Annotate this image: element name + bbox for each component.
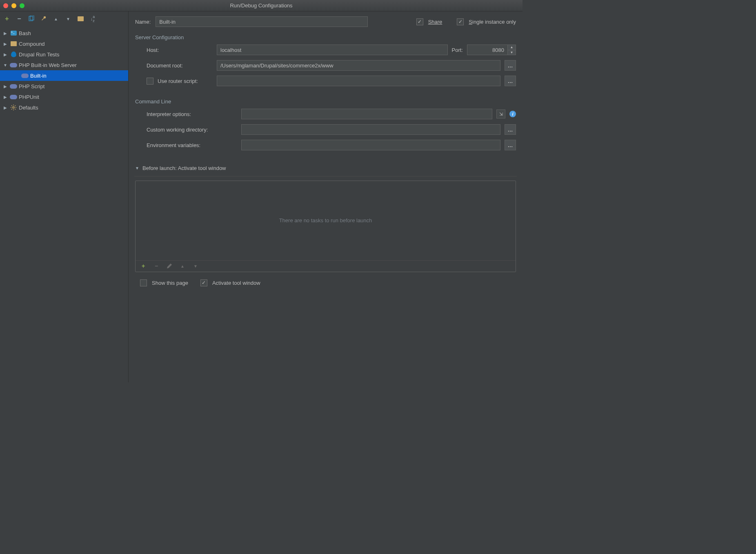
drupal-icon <box>10 51 17 58</box>
before-launch-panel: There are no tasks to run before launch … <box>135 181 516 272</box>
settings-button[interactable] <box>40 15 47 22</box>
use-router-label: Use router script: <box>158 78 198 84</box>
expand-arrow-icon: ▶ <box>2 31 8 36</box>
docroot-browse-button[interactable]: … <box>505 60 516 71</box>
copy-icon <box>28 16 35 22</box>
before-launch-title: Before launch: Activate tool window <box>142 165 226 171</box>
env-browse-button[interactable]: … <box>505 140 516 150</box>
sort-button[interactable]: ↓az <box>89 15 96 22</box>
before-launch-header[interactable]: ▼ Before launch: Activate tool window <box>135 165 516 171</box>
move-down-button[interactable]: ▼ <box>64 15 72 22</box>
env-input[interactable] <box>241 140 500 150</box>
docroot-input[interactable] <box>217 60 500 71</box>
tree-node-bash[interactable]: ▶ Bash <box>0 28 128 38</box>
interpreter-options-input[interactable] <box>241 109 492 119</box>
show-page-checkbox[interactable] <box>140 279 147 286</box>
tree-node-builtin[interactable]: Built-in <box>0 70 128 81</box>
port-input[interactable] <box>467 45 508 55</box>
folder-button[interactable] <box>77 15 84 22</box>
activate-tool-window-checkbox[interactable] <box>200 279 207 286</box>
config-tree: ▶ Bash ▶ Compound ▶ Drupal Run Tests ▼ P… <box>0 26 128 382</box>
move-task-up-button[interactable]: ▲ <box>179 262 186 270</box>
tree-node-drupal[interactable]: ▶ Drupal Run Tests <box>0 49 128 60</box>
host-label: Host: <box>135 47 213 53</box>
terminal-icon <box>10 29 17 37</box>
cwd-browse-button[interactable]: … <box>505 124 516 135</box>
tree-label: PHP Built-in Web Server <box>19 62 77 68</box>
tree-node-php-script[interactable]: ▶ PHP Script <box>0 81 128 92</box>
chevron-up-icon[interactable]: ▲ <box>508 45 516 50</box>
add-button[interactable]: + <box>3 15 11 22</box>
titlebar: Run/Debug Configurations <box>0 0 523 11</box>
tree-label: Defaults <box>19 105 38 111</box>
name-label: Name: <box>135 19 151 25</box>
copy-button[interactable] <box>28 15 35 22</box>
server-config-section-title: Server Configuration <box>135 34 516 40</box>
tree-label: Drupal Run Tests <box>19 51 59 58</box>
share-checkbox[interactable] <box>416 18 423 25</box>
sidebar-toolbar: + − ▲ ▼ ↓az <box>0 11 128 26</box>
tree-node-php-builtin[interactable]: ▼ PHP Built-in Web Server <box>0 60 128 70</box>
svg-point-2 <box>13 107 14 108</box>
folder-icon <box>78 16 84 21</box>
php-icon <box>10 93 17 101</box>
router-browse-button[interactable]: … <box>505 76 516 86</box>
show-page-label: Show this page <box>152 280 188 286</box>
remove-task-button[interactable]: − <box>153 262 160 270</box>
window-title: Run/Debug Configurations <box>0 2 523 9</box>
tree-node-compound[interactable]: ▶ Compound <box>0 38 128 49</box>
interpreter-options-label: Interpreter options: <box>135 111 237 117</box>
gear-icon <box>10 104 17 111</box>
single-instance-checkbox[interactable] <box>457 18 464 25</box>
move-up-button[interactable]: ▲ <box>52 15 60 22</box>
single-instance-label[interactable]: SSingle instance onlyingle instance only <box>469 19 516 25</box>
php-icon <box>10 83 17 90</box>
content-panel: Name: Share SSingle instance onlyingle i… <box>129 11 523 382</box>
tree-label: Compound <box>19 41 45 47</box>
router-input[interactable] <box>217 76 500 86</box>
use-router-checkbox[interactable] <box>147 78 153 85</box>
edit-task-button[interactable] <box>166 262 173 270</box>
tree-label: PHP Script <box>19 83 44 89</box>
cwd-label: Custom working directory: <box>135 127 237 133</box>
tree-node-phpunit[interactable]: ▶ PHPUnit <box>0 92 128 102</box>
collapse-arrow-icon: ▼ <box>135 166 141 170</box>
chevron-down-icon[interactable]: ▼ <box>508 50 516 55</box>
collapse-arrow-icon: ▼ <box>2 63 8 67</box>
tree-label: PHPUnit <box>19 94 39 100</box>
info-icon[interactable]: i <box>509 111 516 117</box>
port-spinner[interactable]: ▲▼ <box>508 45 516 55</box>
expand-arrow-icon: ▶ <box>2 52 8 57</box>
tree-label: Bash <box>19 30 31 36</box>
move-task-down-button[interactable]: ▼ <box>192 262 199 270</box>
php-icon <box>10 61 17 69</box>
expand-arrow-icon: ▶ <box>2 95 8 99</box>
cwd-input[interactable] <box>241 124 500 135</box>
env-label: Environment variables: <box>135 142 237 148</box>
name-input[interactable] <box>156 16 368 27</box>
expand-arrow-icon: ▶ <box>2 84 8 89</box>
pencil-icon <box>166 263 173 269</box>
sidebar: + − ▲ ▼ ↓az ▶ Bash ▶ Compound <box>0 11 129 382</box>
wrench-icon <box>40 16 47 22</box>
folder-icon <box>10 40 17 47</box>
tree-label: Built-in <box>30 73 47 79</box>
port-label: Port: <box>452 47 463 53</box>
host-input[interactable] <box>217 45 448 55</box>
expand-arrow-icon: ▶ <box>2 42 8 46</box>
share-label[interactable]: Share <box>428 19 442 25</box>
expand-arrow-icon: ▶ <box>2 105 8 110</box>
add-task-button[interactable]: + <box>140 262 147 270</box>
before-launch-empty-text: There are no tasks to run before launch <box>136 181 516 260</box>
tree-node-defaults[interactable]: ▶ Defaults <box>0 102 128 113</box>
remove-button[interactable]: − <box>16 15 23 22</box>
cmdline-section-title: Command Line <box>135 98 516 105</box>
docroot-label: Document root: <box>135 63 213 69</box>
expand-field-button[interactable]: ⇲ <box>496 109 505 118</box>
activate-tool-window-label: Activate tool window <box>212 280 260 286</box>
before-launch-toolbar: + − ▲ ▼ <box>136 260 516 272</box>
php-run-icon <box>21 72 29 79</box>
